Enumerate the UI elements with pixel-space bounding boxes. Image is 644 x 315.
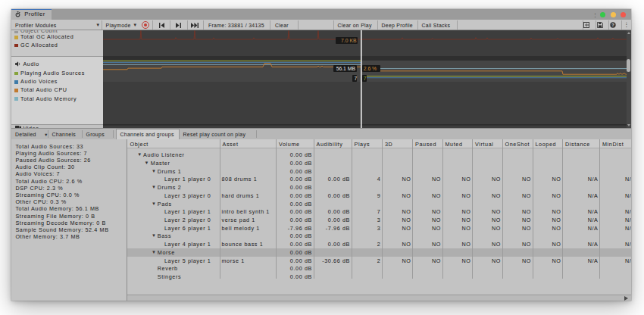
- svg-text:?: ?: [611, 23, 614, 27]
